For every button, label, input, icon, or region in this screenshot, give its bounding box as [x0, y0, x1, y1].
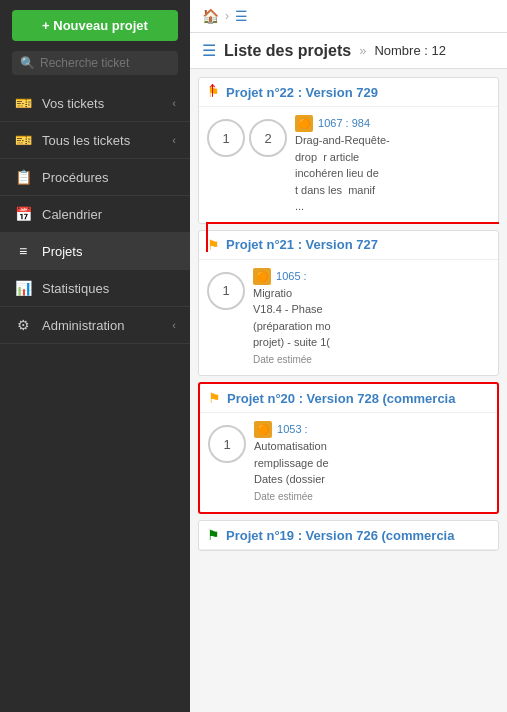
project-desc-21: MigratioV18.4 - Phase(préparation moproj… — [253, 285, 490, 368]
project-title-22[interactable]: Projet n°22 : Version 729 — [226, 85, 378, 100]
sidebar-item-administration[interactable]: ⚙ Administration ‹ — [0, 307, 190, 344]
projects-list: ↑ ⚑ Projet n°22 : Version 729 1 2 🟠 1067… — [190, 69, 507, 712]
sidebar-item-calendrier[interactable]: 📅 Calendrier — [0, 196, 190, 233]
search-box[interactable]: 🔍 — [12, 51, 178, 75]
page-title: Liste des projets — [224, 42, 351, 60]
sidebar-item-statistiques[interactable]: 📊 Statistiques — [0, 270, 190, 307]
project-desc-22: Drag-and-Requête-drop r articleincohéren… — [295, 132, 490, 215]
breadcrumb-sep: › — [225, 9, 229, 23]
count-label: Nombre : 12 — [374, 43, 446, 58]
project-card-22: ↑ ⚑ Projet n°22 : Version 729 1 2 🟠 1067… — [198, 77, 499, 224]
arrow-icon: ‹ — [172, 319, 176, 331]
circle-1: 1 — [207, 119, 245, 157]
ticket-ref[interactable]: 1067 : — [318, 117, 352, 129]
sidebar-item-procedures[interactable]: 📋 Procédures — [0, 159, 190, 196]
list-icon[interactable]: ☰ — [235, 8, 248, 24]
title-sep: » — [359, 43, 366, 58]
sidebar-item-tous-tickets[interactable]: 🎫 Tous les tickets ‹ — [0, 122, 190, 159]
project-header-21: ⚑ Projet n°21 : Version 727 — [199, 231, 498, 260]
project-card-19: ⚑ Projet n°19 : Version 726 (commercia — [198, 520, 499, 551]
project-body-20: 1 🟠 1053 : Automatisationremplissage deD… — [200, 413, 497, 512]
circles-20: 1 — [208, 421, 246, 504]
project-header-20: ⚑ Projet n°20 : Version 728 (commercia — [200, 384, 497, 413]
ticket-badge: 🟠 — [295, 115, 313, 132]
project-21-wrapper: ⚑ Projet n°21 : Version 727 1 🟠 1065 : M… — [198, 230, 499, 377]
flag-icon-21: ⚑ — [207, 237, 220, 253]
project-header-19: ⚑ Projet n°19 : Version 726 (commercia — [199, 521, 498, 550]
new-project-button[interactable]: + Nouveau projet — [12, 10, 178, 41]
ticket-ref2[interactable]: 984 — [352, 117, 370, 129]
circle-2: 2 — [249, 119, 287, 157]
projets-icon: ≡ — [14, 243, 32, 259]
breadcrumb: 🏠 › ☰ — [190, 0, 507, 33]
project-desc-20: Automatisationremplissage deDates (dossi… — [254, 438, 489, 504]
ticket-icon: 🎫 — [14, 95, 32, 111]
admin-icon: ⚙ — [14, 317, 32, 333]
project-info-20: 🟠 1053 : Automatisationremplissage deDat… — [254, 421, 489, 504]
red-line-left — [206, 222, 208, 252]
sidebar: + Nouveau projet 🔍 🎫 Vos tickets ‹ 🎫 Tou… — [0, 0, 190, 712]
red-line-top — [206, 222, 499, 224]
title-list-icon: ☰ — [202, 41, 216, 60]
ticket-badge-21: 🟠 — [253, 268, 271, 285]
search-input[interactable] — [40, 56, 170, 70]
sidebar-item-vos-tickets[interactable]: 🎫 Vos tickets ‹ — [0, 85, 190, 122]
search-icon: 🔍 — [20, 56, 35, 70]
circle-1-p20: 1 — [208, 425, 246, 463]
circle-1-p21: 1 — [207, 272, 245, 310]
project-title-20[interactable]: Projet n°20 : Version 728 (commercia — [227, 391, 455, 406]
project-info-21: 🟠 1065 : MigratioV18.4 - Phase(préparati… — [253, 268, 490, 368]
flag-icon-19: ⚑ — [207, 527, 220, 543]
arrow-icon: ‹ — [172, 134, 176, 146]
home-icon[interactable]: 🏠 — [202, 8, 219, 24]
project-header-22: ⚑ Projet n°22 : Version 729 — [199, 78, 498, 107]
arrow-icon: ‹ — [172, 97, 176, 109]
circles-21: 1 — [207, 268, 245, 368]
project-title-19[interactable]: Projet n°19 : Version 726 (commercia — [226, 528, 454, 543]
calendar-icon: 📅 — [14, 206, 32, 222]
project-title-21[interactable]: Projet n°21 : Version 727 — [226, 237, 378, 252]
ticket-ref-20[interactable]: 1053 : — [277, 423, 308, 435]
procedures-icon: 📋 — [14, 169, 32, 185]
project-20-highlighted: ⚑ Projet n°20 : Version 728 (commercia 1… — [198, 382, 499, 514]
project-card-21: ⚑ Projet n°21 : Version 727 1 🟠 1065 : M… — [198, 230, 499, 377]
stats-icon: 📊 — [14, 280, 32, 296]
ticket-ref-21[interactable]: 1065 : — [276, 270, 307, 282]
circles-22: 1 2 — [207, 115, 287, 215]
main-content: 🏠 › ☰ ☰ Liste des projets » Nombre : 12 … — [190, 0, 507, 712]
project-info-22: 🟠 1067 : 984 Drag-and-Requête-drop r art… — [295, 115, 490, 215]
tickets-icon: 🎫 — [14, 132, 32, 148]
title-bar: ☰ Liste des projets » Nombre : 12 — [190, 33, 507, 69]
ticket-badge-20: 🟠 — [254, 421, 272, 438]
sidebar-item-projets[interactable]: ≡ Projets — [0, 233, 190, 270]
project-body-22: 1 2 🟠 1067 : 984 Drag-and-Requête-drop r… — [199, 107, 498, 223]
flag-icon-20: ⚑ — [208, 390, 221, 406]
project-card-20: ⚑ Projet n°20 : Version 728 (commercia 1… — [200, 384, 497, 512]
project-body-21: 1 🟠 1065 : MigratioV18.4 - Phase(prépara… — [199, 260, 498, 376]
arrow-up-indicator: ↑ — [207, 78, 218, 100]
